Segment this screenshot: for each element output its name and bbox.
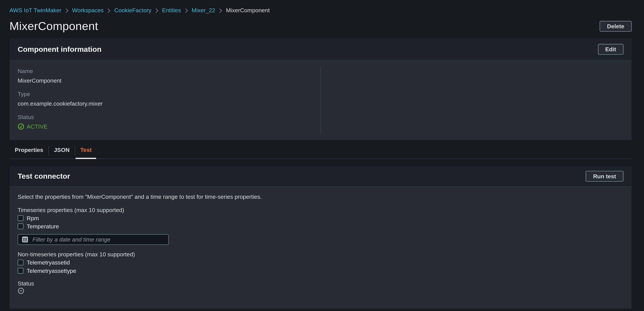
rpm-checkbox[interactable] (18, 215, 24, 221)
non-timeseries-option-row[interactable]: Telemetryassettype (18, 266, 624, 275)
telemetryassettype-checkbox-label: Telemetryassettype (27, 266, 76, 275)
tab-test[interactable]: Test (75, 142, 97, 158)
telemetryassetid-checkbox-label: Telemetryassetid (27, 258, 70, 266)
timeseries-option-row[interactable]: Temperature (18, 222, 624, 230)
name-label: Name (18, 68, 312, 75)
tab-properties[interactable]: Properties (9, 142, 48, 158)
page-title: MixerComponent (9, 19, 98, 33)
edit-button[interactable]: Edit (598, 44, 624, 55)
delete-button[interactable]: Delete (600, 21, 632, 32)
test-status-value (18, 288, 624, 294)
status-value: ACTIVE (18, 122, 312, 131)
telemetryassettype-checkbox[interactable] (18, 268, 24, 274)
timeseries-properties-label: Timeseries properties (max 10 supported) (18, 206, 624, 214)
date-range-filter-input[interactable]: Filter by a date and time range (18, 234, 169, 245)
non-timeseries-properties-label: Non-timeseries properties (max 10 suppor… (18, 250, 624, 258)
chevron-right-icon (219, 8, 222, 13)
minus-circle-icon (18, 288, 24, 294)
chevron-right-icon (155, 8, 158, 13)
calendar-grid-icon (22, 236, 28, 243)
name-value: MixerComponent (18, 76, 312, 85)
telemetryassetid-checkbox[interactable] (18, 260, 24, 265)
type-label: Type (18, 91, 312, 98)
test-connector-title: Test connector (18, 171, 70, 182)
status-active-text: ACTIVE (27, 122, 48, 131)
breadcrumb: AWS IoT TwinMaker Workspaces CookieFacto… (9, 0, 632, 14)
check-circle-icon (18, 123, 24, 130)
timeseries-option-row[interactable]: Rpm (18, 214, 624, 222)
run-test-button[interactable]: Run test (586, 171, 624, 182)
tabs-bar: Properties JSON Test (9, 142, 632, 159)
component-info-column-2 (320, 66, 632, 134)
component-information-body: Name MixerComponent Type com.example.coo… (9, 61, 632, 140)
component-information-title: Component information (18, 44, 102, 54)
test-status-label: Status (18, 279, 624, 288)
tab-json[interactable]: JSON (48, 142, 75, 158)
breadcrumb-workspaces[interactable]: Workspaces (72, 7, 104, 14)
breadcrumb-current: MixerComponent (226, 7, 270, 14)
test-connector-panel: Test connector Run test Select the prope… (9, 166, 632, 309)
temperature-checkbox-label: Temperature (27, 222, 59, 230)
component-info-column-1: Name MixerComponent Type com.example.coo… (9, 61, 320, 140)
temperature-checkbox[interactable] (18, 224, 24, 229)
type-value: com.example.cookiefactory.mixer (18, 100, 312, 108)
chevron-right-icon (107, 8, 110, 13)
breadcrumb-mixer-22[interactable]: Mixer_22 (192, 7, 215, 14)
name-field: Name MixerComponent (18, 68, 312, 85)
page: AWS IoT TwinMaker Workspaces CookieFacto… (0, 0, 644, 309)
status-field: Status ACTIVE (18, 114, 312, 131)
chevron-right-icon (184, 8, 188, 13)
test-connector-body: Select the properties from "MixerCompone… (9, 187, 632, 309)
test-connector-header: Test connector Run test (9, 166, 632, 187)
status-label: Status (18, 114, 312, 121)
non-timeseries-option-row[interactable]: Telemetryassetid (18, 258, 624, 266)
breadcrumb-cookiefactory[interactable]: CookieFactory (114, 7, 152, 14)
type-field: Type com.example.cookiefactory.mixer (18, 91, 312, 108)
component-information-header: Component information Edit (9, 38, 632, 61)
test-connector-description: Select the properties from "MixerCompone… (18, 193, 624, 201)
breadcrumb-aws-iot-twinmaker[interactable]: AWS IoT TwinMaker (9, 7, 61, 14)
component-information-panel: Component information Edit Name MixerCom… (9, 38, 632, 140)
rpm-checkbox-label: Rpm (27, 214, 39, 222)
chevron-right-icon (65, 8, 68, 13)
breadcrumb-entities[interactable]: Entities (162, 7, 181, 14)
date-range-filter-placeholder: Filter by a date and time range (32, 234, 110, 244)
